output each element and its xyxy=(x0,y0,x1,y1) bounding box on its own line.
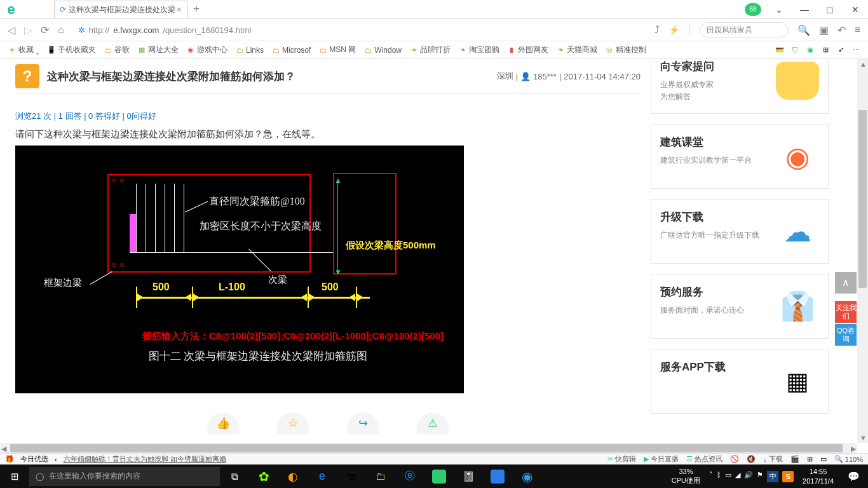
browser-tab[interactable]: ⟳ 这种次梁与框架边梁连接处次梁 × xyxy=(54,1,187,18)
app-360browser[interactable] xyxy=(424,464,454,488)
download-status[interactable]: ↓下载 xyxy=(763,454,783,464)
history-icon[interactable]: ↶ xyxy=(837,24,846,36)
home-button[interactable]: ⌂ xyxy=(58,24,64,36)
close-button[interactable]: ✕ xyxy=(843,0,868,19)
tool-icon[interactable]: ⊞ xyxy=(807,455,813,463)
clock[interactable]: 14:55 2017/11/4 xyxy=(797,467,839,485)
app-notes[interactable]: 📓 xyxy=(454,464,483,488)
reload-button[interactable]: ⟳ xyxy=(41,24,49,36)
share-icon[interactable]: ⤴ xyxy=(654,24,660,36)
zoom-level[interactable]: 🔍110% xyxy=(834,455,863,463)
wifi-icon[interactable]: ◢ xyxy=(735,471,740,482)
scroll-up-icon[interactable]: ▲ xyxy=(860,60,867,68)
tray-up-icon[interactable]: ˄ xyxy=(709,471,713,482)
app-edge[interactable]: e xyxy=(308,464,337,488)
sogou-ime-icon[interactable]: S xyxy=(782,471,794,482)
extension-icon[interactable]: ▣ xyxy=(806,46,815,55)
bookmark-foreign[interactable]: ▮外围网友 xyxy=(507,44,548,55)
vertical-scrollbar[interactable]: ▲ ▼ xyxy=(857,59,868,443)
app-ie[interactable]: ⓔ xyxy=(395,464,424,488)
scroll-left-icon[interactable]: ◀ xyxy=(1,445,6,453)
minimize-button[interactable]: — xyxy=(792,0,817,19)
pin-icon[interactable]: ➶ xyxy=(836,46,845,55)
scroll-thumb[interactable] xyxy=(858,110,867,288)
bookmark-win[interactable]: 🗀Window xyxy=(363,46,402,55)
qq-consult-button[interactable]: QQ咨询 xyxy=(835,324,857,346)
news-ticker[interactable]: 六年婚姻触礁！昔日丈夫为她按脚 如今劈腿逼她离婚 xyxy=(64,454,226,464)
bookmark-sites[interactable]: ▦网址大全 xyxy=(137,44,179,55)
scroll-thumb[interactable] xyxy=(10,444,843,452)
maximize-button[interactable]: ◻ xyxy=(817,0,843,19)
scroll-top-button[interactable]: ∧ xyxy=(835,272,857,294)
bookmark-control[interactable]: ◎精准控制 xyxy=(605,44,646,55)
gift-icon[interactable]: 🎁 xyxy=(5,455,14,463)
today-picks[interactable]: 今日优选 xyxy=(20,454,48,464)
bookmark-ms[interactable]: 🗀Microsof xyxy=(271,46,311,55)
block-icon[interactable]: 🚫 xyxy=(730,455,739,463)
bookmark-brand[interactable]: ❧品牌打折 xyxy=(409,44,451,55)
share-button[interactable]: ↪ xyxy=(347,412,379,434)
app-store[interactable]: 🛍 xyxy=(337,464,366,488)
battery-icon[interactable]: ▭ xyxy=(725,471,731,482)
url-input[interactable]: ✲ http://e.fwxgx.com/question_1680194.ht… xyxy=(73,25,646,35)
cortana-search[interactable]: ◯ 在这里输入你要搜索的内容 xyxy=(29,467,220,486)
browser-logo[interactable]: e xyxy=(0,0,22,19)
bookmark-taobao[interactable]: ❧淘宝团购 xyxy=(458,44,499,55)
favorite-button[interactable]: ☆ xyxy=(277,412,309,434)
search-icon[interactable]: 🔍 xyxy=(797,24,810,36)
bookmark-msn[interactable]: 🗀MSN 网 xyxy=(318,44,356,55)
bookmark-tmall[interactable]: ❧天猫商城 xyxy=(556,44,597,55)
back-button[interactable]: ◁ xyxy=(8,24,15,36)
speed-icon[interactable]: ⚡ xyxy=(668,25,679,35)
card-service[interactable]: 预约服务服务面对面，承诺心连心 👔 xyxy=(651,274,829,339)
app-browser2[interactable]: ◉ xyxy=(512,464,541,488)
app-explorer[interactable]: 🗀 xyxy=(366,464,395,488)
card-classroom[interactable]: 建筑课堂建筑行业实训教学第一平台 ◉ xyxy=(651,124,829,189)
mute-icon[interactable]: 🔇 xyxy=(747,455,756,463)
ime-indicator[interactable]: 中 xyxy=(767,471,778,482)
new-tab-button[interactable]: + xyxy=(187,1,205,18)
notifications-button[interactable]: 💬 xyxy=(839,464,868,488)
bookmark-games[interactable]: ◉游戏中心 xyxy=(186,44,227,55)
like-button[interactable]: 👍 xyxy=(207,412,239,434)
hot-news[interactable]: ☰热点资讯 xyxy=(686,454,722,464)
scan-icon[interactable]: ⊞ xyxy=(821,46,830,55)
wallet-icon[interactable]: 💳 xyxy=(775,46,784,55)
app-safe[interactable]: ◐ xyxy=(278,464,308,488)
app-tool[interactable] xyxy=(483,464,512,488)
volume-icon[interactable]: 🔊 xyxy=(744,471,753,482)
task-view-button[interactable]: ⧉ xyxy=(220,464,249,488)
follow-button[interactable]: 关注我们 xyxy=(835,301,857,323)
flag-icon[interactable]: ⚑ xyxy=(757,471,763,482)
live-today[interactable]: ▶今日直播 xyxy=(644,454,679,464)
shield-icon[interactable]: ⛉ xyxy=(790,46,799,55)
favorite-icon[interactable]: ▣ xyxy=(819,24,829,36)
app-icon[interactable]: ▭ xyxy=(820,455,827,463)
card-ask-expert[interactable]: 向专家提问业界最权威专家 为您解答 xyxy=(651,59,829,114)
extension-badge[interactable]: 68 xyxy=(745,3,761,16)
search-box[interactable]: 田园风情家具 xyxy=(700,22,789,37)
more-icon[interactable]: ⋯ xyxy=(851,46,860,55)
card-app-download[interactable]: 服务APP下载 ▦ xyxy=(651,349,829,414)
app-360[interactable]: ✿ xyxy=(249,464,278,488)
card-upgrade[interactable]: 升级下载广联达官方唯一指定升级下载 ☁ xyxy=(651,199,829,264)
forward-button[interactable]: ▷ xyxy=(24,24,32,36)
news-prev-icon[interactable]: ‹ xyxy=(55,456,57,463)
bookmark-mobile[interactable]: 📱手机收藏夹 xyxy=(47,44,96,55)
report-button[interactable]: ⚠ xyxy=(417,412,449,434)
bookmark-google[interactable]: 🗀谷歌 xyxy=(104,44,130,55)
menu-icon[interactable]: ≡ xyxy=(855,24,860,36)
start-button[interactable]: ⊞ xyxy=(0,464,29,488)
bluetooth-icon[interactable]: ᛒ xyxy=(717,471,721,482)
cpu-meter[interactable]: 33% CPU使用 xyxy=(667,468,705,484)
quick-edit[interactable]: ✂快剪辑 xyxy=(607,454,636,464)
scroll-right-icon[interactable]: ▶ xyxy=(851,445,856,453)
bookmark-links[interactable]: 🗀Links xyxy=(235,46,264,55)
scroll-down-icon[interactable]: ▼ xyxy=(860,434,867,442)
tab-close-icon[interactable]: × xyxy=(177,4,182,15)
bookmark-fav[interactable]: ★收藏ˬ xyxy=(8,44,39,55)
horizontal-scrollbar[interactable]: ◀ ▶ xyxy=(0,443,857,454)
pip-icon[interactable]: 🎬 xyxy=(790,455,799,463)
window-dropdown-icon[interactable]: ⌄ xyxy=(766,0,792,19)
leader-line xyxy=(90,271,112,285)
